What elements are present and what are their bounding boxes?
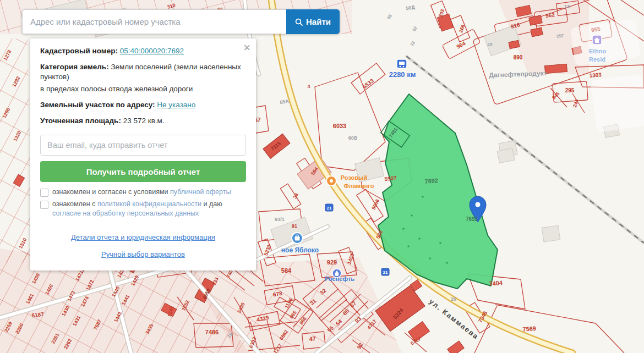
- personal-data-link[interactable]: согласие на обработку персональных данны…: [52, 209, 199, 217]
- parcel-label: 20: [451, 296, 456, 302]
- parcel-label: 6033: [333, 123, 346, 129]
- get-report-button[interactable]: Получить подробный отчет: [40, 161, 246, 182]
- parcel-label: 91: [292, 223, 297, 229]
- privacy-consent-row: ознакомлен с политикой конфиденциальност…: [40, 200, 246, 219]
- offer-consent-text: ознакомлен и согласен с условиями публич…: [52, 187, 231, 197]
- privacy-consent-text: ознакомлен с политикой конфиденциальност…: [52, 200, 246, 219]
- parcel-label: 1303: [589, 71, 602, 79]
- parcel-label: 13: [564, 4, 570, 9]
- parcel-label: 7692: [466, 216, 478, 222]
- search-input[interactable]: [22, 9, 286, 34]
- manual-select-link[interactable]: Ручной выбор вариантов: [101, 250, 185, 258]
- parcel-label: 7486: [205, 329, 219, 335]
- parcel-label: 929: [327, 259, 337, 266]
- email-input[interactable]: [40, 135, 246, 156]
- offer-consent-checkbox[interactable]: [40, 189, 48, 197]
- cadastral-number-link[interactable]: 05:40:000020:7692: [120, 47, 184, 55]
- parcel-label: 47: [309, 335, 316, 343]
- privacy-policy-link[interactable]: политикой конфиденциальности: [97, 200, 201, 208]
- watermark: [590, 74, 644, 133]
- area-value: 23 572 кв.м.: [123, 117, 165, 125]
- poi-label-rosneft: Роснефть: [325, 275, 354, 282]
- manual-select-row: Ручной выбор вариантов: [40, 250, 246, 258]
- selected-parcel-label: 7692: [424, 177, 438, 185]
- parcel-label: 29: [488, 42, 493, 47]
- public-offer-link[interactable]: публичной оферты: [170, 188, 231, 196]
- svg-text:21: 21: [327, 206, 332, 211]
- cadastral-number-label: Кадастровый номер:: [40, 47, 118, 55]
- land-category-row: Категория земель: Земли поселений (земли…: [40, 62, 246, 82]
- search-icon: [295, 18, 303, 26]
- parcel-label: 7569: [522, 325, 536, 333]
- land-category-note: в пределах полосы отвода железной дороги: [40, 84, 246, 94]
- offer-consent-row: ознакомлен и согласен с условиями публич…: [40, 187, 246, 197]
- parcel-label: 60В: [348, 135, 358, 141]
- railway-station-icon: [397, 59, 407, 68]
- parcel-label: 295: [565, 87, 575, 93]
- search-bar: Найти: [22, 9, 340, 34]
- parcel-label: 93/1: [275, 217, 285, 222]
- poi-label-yabloko: ное Яблоко: [281, 246, 319, 254]
- poi-label-flamingo-2: Фламинго: [344, 183, 374, 189]
- land-category-label: Категория земель:: [40, 63, 109, 71]
- close-icon[interactable]: ×: [243, 42, 250, 54]
- address-row: Земельный участок по адресу: Не указано: [40, 100, 246, 110]
- privacy-consent-checkbox[interactable]: [40, 201, 48, 209]
- cadastral-map-app: { "search": { "placeholder": "Адрес или …: [0, 0, 644, 353]
- shop-yabloko-icon[interactable]: [292, 233, 303, 244]
- cadastral-number-row: Кадастровый номер: 05:40:000020:7692: [40, 46, 246, 56]
- svg-text:21: 21: [383, 270, 388, 275]
- report-details-row: Детали отчета и юридическая информация: [40, 233, 246, 241]
- area-row: Уточненная площадь: 23 572 кв.м.: [40, 116, 246, 126]
- search-button[interactable]: Найти: [286, 9, 340, 34]
- poi-label-flamingo-1: Розовый: [341, 174, 367, 181]
- address-label: Земельный участок по адресу:: [40, 101, 155, 109]
- parcel-info-panel: × Кадастровый номер: 05:40:000020:7692 К…: [30, 38, 256, 271]
- address-value-link[interactable]: Не указано: [157, 101, 195, 109]
- report-details-link[interactable]: Детали отчета и юридическая информация: [71, 233, 215, 241]
- parcel-label: 7404: [489, 279, 503, 287]
- flamingo-poi-icon[interactable]: [326, 176, 336, 186]
- road-shield: 21: [325, 204, 333, 211]
- search-button-label: Найти: [306, 17, 331, 26]
- road-shield: 21: [381, 268, 389, 275]
- area-label: Уточненная площадь:: [40, 117, 121, 125]
- parcel-label: 4: [307, 84, 310, 89]
- parcel-label: 890: [514, 54, 523, 60]
- parcel-label: 584: [281, 267, 292, 274]
- parcel-label: 25Г: [556, 33, 565, 38]
- railway-km-label: 2280 км: [389, 70, 416, 79]
